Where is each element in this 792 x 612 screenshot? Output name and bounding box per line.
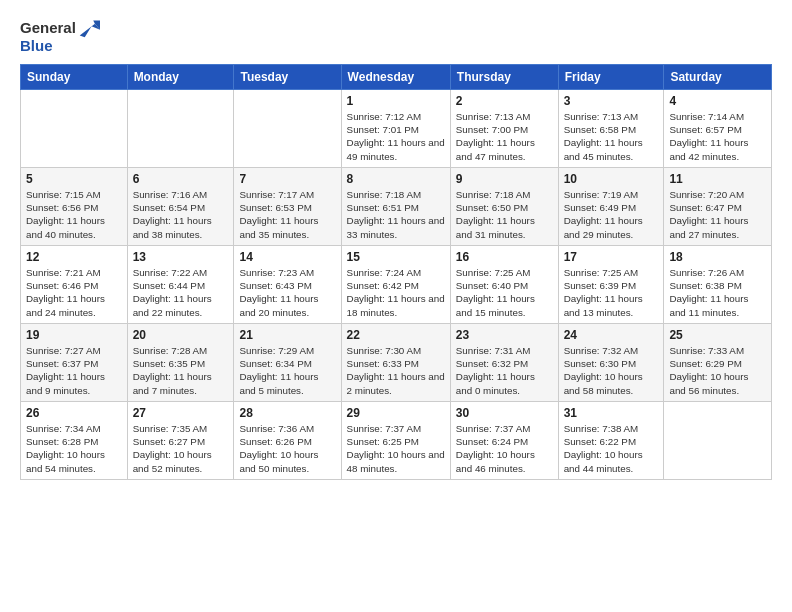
day-number: 10 [564,172,659,186]
day-info: Sunrise: 7:33 AM Sunset: 6:29 PM Dayligh… [669,344,766,397]
weekday-header-thursday: Thursday [450,65,558,90]
day-cell: 21Sunrise: 7:29 AM Sunset: 6:34 PM Dayli… [234,324,341,402]
weekday-header-friday: Friday [558,65,664,90]
day-info: Sunrise: 7:36 AM Sunset: 6:26 PM Dayligh… [239,422,335,475]
day-info: Sunrise: 7:16 AM Sunset: 6:54 PM Dayligh… [133,188,229,241]
day-number: 30 [456,406,553,420]
logo: General Blue [20,18,100,54]
day-cell: 23Sunrise: 7:31 AM Sunset: 6:32 PM Dayli… [450,324,558,402]
day-info: Sunrise: 7:31 AM Sunset: 6:32 PM Dayligh… [456,344,553,397]
weekday-header-wednesday: Wednesday [341,65,450,90]
day-number: 18 [669,250,766,264]
day-number: 28 [239,406,335,420]
day-info: Sunrise: 7:19 AM Sunset: 6:49 PM Dayligh… [564,188,659,241]
day-cell: 25Sunrise: 7:33 AM Sunset: 6:29 PM Dayli… [664,324,772,402]
day-number: 24 [564,328,659,342]
day-cell: 7Sunrise: 7:17 AM Sunset: 6:53 PM Daylig… [234,168,341,246]
day-info: Sunrise: 7:26 AM Sunset: 6:38 PM Dayligh… [669,266,766,319]
day-info: Sunrise: 7:20 AM Sunset: 6:47 PM Dayligh… [669,188,766,241]
day-number: 12 [26,250,122,264]
day-info: Sunrise: 7:29 AM Sunset: 6:34 PM Dayligh… [239,344,335,397]
calendar: SundayMondayTuesdayWednesdayThursdayFrid… [20,64,772,480]
day-cell: 9Sunrise: 7:18 AM Sunset: 6:50 PM Daylig… [450,168,558,246]
day-number: 16 [456,250,553,264]
logo-blue-text: Blue [20,37,100,54]
day-number: 3 [564,94,659,108]
day-cell: 6Sunrise: 7:16 AM Sunset: 6:54 PM Daylig… [127,168,234,246]
day-cell: 27Sunrise: 7:35 AM Sunset: 6:27 PM Dayli… [127,402,234,480]
day-number: 26 [26,406,122,420]
day-cell: 1Sunrise: 7:12 AM Sunset: 7:01 PM Daylig… [341,90,450,168]
day-cell: 8Sunrise: 7:18 AM Sunset: 6:51 PM Daylig… [341,168,450,246]
day-info: Sunrise: 7:14 AM Sunset: 6:57 PM Dayligh… [669,110,766,163]
day-number: 19 [26,328,122,342]
day-number: 5 [26,172,122,186]
week-row-1: 1Sunrise: 7:12 AM Sunset: 7:01 PM Daylig… [21,90,772,168]
day-cell: 11Sunrise: 7:20 AM Sunset: 6:47 PM Dayli… [664,168,772,246]
day-info: Sunrise: 7:25 AM Sunset: 6:39 PM Dayligh… [564,266,659,319]
weekday-header-saturday: Saturday [664,65,772,90]
day-cell: 4Sunrise: 7:14 AM Sunset: 6:57 PM Daylig… [664,90,772,168]
week-row-3: 12Sunrise: 7:21 AM Sunset: 6:46 PM Dayli… [21,246,772,324]
week-row-4: 19Sunrise: 7:27 AM Sunset: 6:37 PM Dayli… [21,324,772,402]
day-number: 15 [347,250,445,264]
day-number: 27 [133,406,229,420]
day-number: 23 [456,328,553,342]
day-number: 2 [456,94,553,108]
day-cell [127,90,234,168]
day-info: Sunrise: 7:27 AM Sunset: 6:37 PM Dayligh… [26,344,122,397]
day-info: Sunrise: 7:28 AM Sunset: 6:35 PM Dayligh… [133,344,229,397]
day-cell: 14Sunrise: 7:23 AM Sunset: 6:43 PM Dayli… [234,246,341,324]
week-row-5: 26Sunrise: 7:34 AM Sunset: 6:28 PM Dayli… [21,402,772,480]
day-cell: 15Sunrise: 7:24 AM Sunset: 6:42 PM Dayli… [341,246,450,324]
day-number: 17 [564,250,659,264]
weekday-header-row: SundayMondayTuesdayWednesdayThursdayFrid… [21,65,772,90]
day-info: Sunrise: 7:13 AM Sunset: 7:00 PM Dayligh… [456,110,553,163]
day-cell: 18Sunrise: 7:26 AM Sunset: 6:38 PM Dayli… [664,246,772,324]
day-info: Sunrise: 7:18 AM Sunset: 6:50 PM Dayligh… [456,188,553,241]
day-info: Sunrise: 7:30 AM Sunset: 6:33 PM Dayligh… [347,344,445,397]
logo-general-text: General [20,20,76,37]
day-number: 22 [347,328,445,342]
day-cell: 22Sunrise: 7:30 AM Sunset: 6:33 PM Dayli… [341,324,450,402]
day-cell [664,402,772,480]
day-number: 11 [669,172,766,186]
day-cell [21,90,128,168]
weekday-header-monday: Monday [127,65,234,90]
day-info: Sunrise: 7:37 AM Sunset: 6:24 PM Dayligh… [456,422,553,475]
day-info: Sunrise: 7:21 AM Sunset: 6:46 PM Dayligh… [26,266,122,319]
day-info: Sunrise: 7:22 AM Sunset: 6:44 PM Dayligh… [133,266,229,319]
day-cell: 5Sunrise: 7:15 AM Sunset: 6:56 PM Daylig… [21,168,128,246]
day-number: 31 [564,406,659,420]
day-number: 20 [133,328,229,342]
day-cell: 12Sunrise: 7:21 AM Sunset: 6:46 PM Dayli… [21,246,128,324]
day-cell: 17Sunrise: 7:25 AM Sunset: 6:39 PM Dayli… [558,246,664,324]
day-info: Sunrise: 7:34 AM Sunset: 6:28 PM Dayligh… [26,422,122,475]
page: General Blue SundayMondayTuesdayWednesda… [0,0,792,612]
day-cell: 2Sunrise: 7:13 AM Sunset: 7:00 PM Daylig… [450,90,558,168]
day-number: 25 [669,328,766,342]
week-row-2: 5Sunrise: 7:15 AM Sunset: 6:56 PM Daylig… [21,168,772,246]
day-info: Sunrise: 7:17 AM Sunset: 6:53 PM Dayligh… [239,188,335,241]
day-cell: 26Sunrise: 7:34 AM Sunset: 6:28 PM Dayli… [21,402,128,480]
day-number: 6 [133,172,229,186]
day-number: 29 [347,406,445,420]
header: General Blue [20,18,772,54]
day-info: Sunrise: 7:35 AM Sunset: 6:27 PM Dayligh… [133,422,229,475]
day-cell: 19Sunrise: 7:27 AM Sunset: 6:37 PM Dayli… [21,324,128,402]
day-info: Sunrise: 7:12 AM Sunset: 7:01 PM Dayligh… [347,110,445,163]
logo-container: General Blue [20,18,100,54]
day-info: Sunrise: 7:24 AM Sunset: 6:42 PM Dayligh… [347,266,445,319]
day-number: 7 [239,172,335,186]
day-info: Sunrise: 7:13 AM Sunset: 6:58 PM Dayligh… [564,110,659,163]
day-number: 1 [347,94,445,108]
logo-arrow-icon [78,18,100,38]
weekday-header-tuesday: Tuesday [234,65,341,90]
day-cell: 28Sunrise: 7:36 AM Sunset: 6:26 PM Dayli… [234,402,341,480]
day-cell: 3Sunrise: 7:13 AM Sunset: 6:58 PM Daylig… [558,90,664,168]
day-number: 9 [456,172,553,186]
day-cell: 10Sunrise: 7:19 AM Sunset: 6:49 PM Dayli… [558,168,664,246]
day-info: Sunrise: 7:38 AM Sunset: 6:22 PM Dayligh… [564,422,659,475]
day-info: Sunrise: 7:15 AM Sunset: 6:56 PM Dayligh… [26,188,122,241]
day-number: 14 [239,250,335,264]
